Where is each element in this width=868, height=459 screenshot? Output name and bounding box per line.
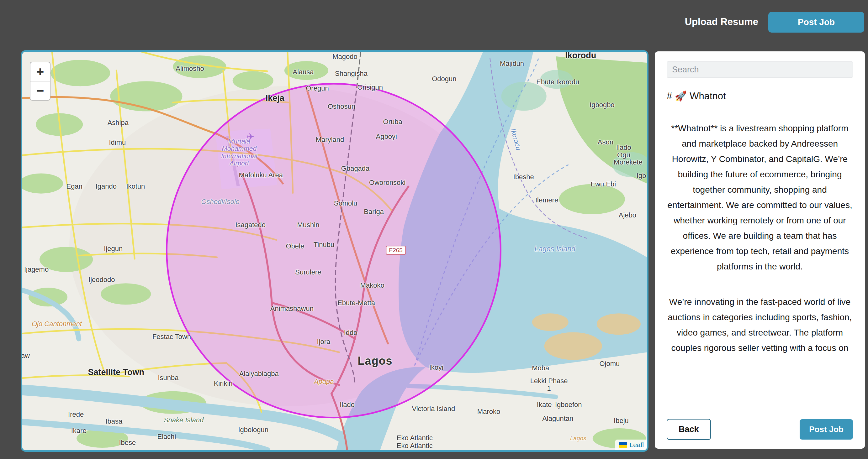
radius-circle-overlay[interactable] <box>166 84 500 418</box>
search-input[interactable] <box>667 61 853 78</box>
post-job-button-panel[interactable]: Post Job <box>800 419 853 439</box>
map[interactable]: ✈ <box>21 50 649 452</box>
zoom-control: + − <box>30 62 51 101</box>
job-description: # 🚀 Whatnot **Whatnot** is a livestream … <box>667 78 853 398</box>
map-attribution[interactable]: Leafl <box>615 439 647 450</box>
panel-footer: Back Post Job <box>667 416 853 440</box>
map-canvas: ✈ <box>22 52 647 450</box>
back-button[interactable]: Back <box>667 419 711 440</box>
attribution-label: Leafl <box>629 441 644 449</box>
zoom-out-button[interactable]: − <box>30 81 50 100</box>
upload-resume-link[interactable]: Upload Resume <box>685 16 758 28</box>
ukraine-flag-icon <box>619 442 627 448</box>
description-paragraph-1: **Whatnot** is a livestream shopping pla… <box>667 121 853 274</box>
job-detail-panel: # 🚀 Whatnot **Whatnot** is a livestream … <box>655 52 865 449</box>
post-job-button-header[interactable]: Post Job <box>768 12 864 33</box>
zoom-in-button[interactable]: + <box>30 62 50 81</box>
description-paragraph-2: We’re innovating in the fast-paced world… <box>667 294 853 356</box>
company-title: # 🚀 Whatnot <box>667 90 853 102</box>
